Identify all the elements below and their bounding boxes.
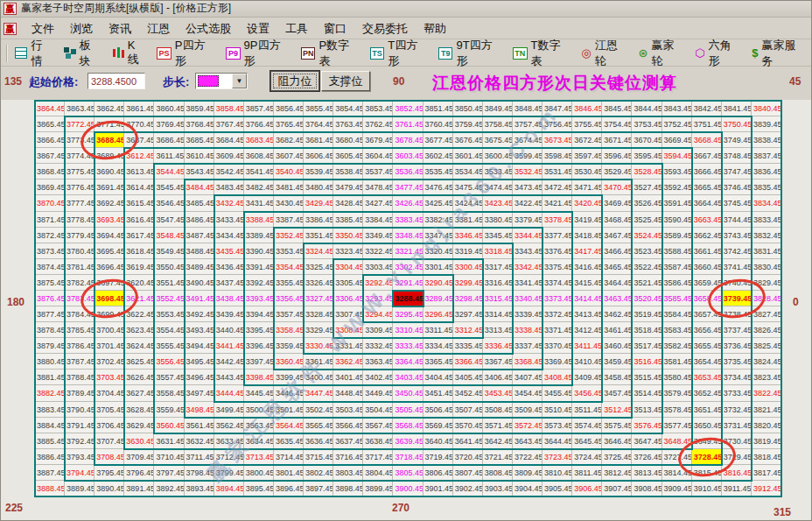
toolbar-button-quotes[interactable]: 行情 (10, 36, 57, 71)
price-cell[interactable]: 3552.45 (154, 291, 184, 306)
price-cell[interactable]: 3785.45 (65, 322, 94, 338)
price-cell[interactable]: 3366.45 (453, 354, 483, 370)
price-cell[interactable]: 3774.45 (65, 148, 94, 164)
price-cell[interactable]: 3592.45 (662, 180, 692, 195)
price-cell[interactable]: 3779.45 (65, 228, 94, 243)
price-cell[interactable]: 3444.45 (214, 385, 244, 401)
price-cell[interactable]: 3884.45 (35, 418, 65, 433)
price-cell[interactable]: 3870.45 (35, 195, 65, 211)
price-cell[interactable]: 3314.45 (483, 306, 513, 322)
price-cell[interactable]: 3853.45 (363, 101, 393, 116)
price-cell[interactable]: 3560.45 (154, 418, 184, 433)
price-cell[interactable]: 3479.45 (333, 180, 363, 195)
price-cell[interactable]: 3605.45 (333, 148, 363, 164)
price-cell[interactable]: 3578.45 (662, 402, 692, 418)
price-cell[interactable]: 3878.45 (35, 322, 65, 338)
price-cell[interactable]: 3403.45 (393, 370, 423, 385)
price-cell[interactable]: 3290.45 (424, 275, 453, 291)
toolbar-button-hexagon[interactable]: ⬡六角形 (690, 36, 745, 71)
price-cell[interactable]: 3648.45 (662, 433, 692, 449)
price-cell[interactable]: 3394.45 (244, 306, 274, 322)
price-cell[interactable]: 3576.45 (632, 418, 662, 433)
price-cell[interactable]: 3455.45 (542, 385, 572, 401)
price-cell[interactable]: 3748.45 (722, 148, 752, 164)
price-cell[interactable]: 3385.45 (333, 212, 363, 228)
price-cell[interactable]: 3771.45 (94, 116, 124, 132)
price-cell[interactable]: 3606.45 (304, 148, 333, 164)
price-cell[interactable]: 3869.45 (35, 180, 65, 195)
price-cell[interactable]: 3458.45 (602, 370, 632, 385)
price-cell[interactable]: 3850.45 (453, 101, 483, 116)
price-cell[interactable]: 3445.45 (244, 385, 274, 401)
price-cell[interactable]: 3811.45 (572, 465, 602, 481)
price-cell[interactable]: 3615.45 (124, 195, 154, 211)
price-cell[interactable]: 3432.45 (214, 195, 244, 211)
price-cell[interactable]: 3612.45 (124, 148, 154, 164)
price-cell[interactable]: 3827.45 (752, 306, 781, 322)
price-cell[interactable]: 3737.45 (722, 322, 752, 338)
price-cell[interactable]: 3482.45 (244, 180, 274, 195)
price-cell[interactable]: 3393.45 (244, 291, 274, 306)
price-cell[interactable]: 3734.45 (722, 370, 752, 385)
price-cell[interactable]: 3369.45 (542, 354, 572, 370)
price-cell[interactable]: 3345.45 (483, 228, 513, 243)
price-cell[interactable]: 3618.45 (124, 243, 154, 259)
price-cell[interactable]: 3528.45 (632, 164, 662, 180)
price-cell[interactable]: 3786.45 (65, 338, 94, 354)
price-cell[interactable]: 3690.45 (94, 164, 124, 180)
price-cell[interactable]: 3451.45 (424, 385, 453, 401)
price-cell[interactable]: 3433.45 (214, 212, 244, 228)
price-cell[interactable]: 3822.45 (752, 385, 781, 401)
price-cell[interactable]: 3795.45 (94, 465, 124, 481)
start-price-input[interactable] (88, 73, 145, 89)
price-cell[interactable]: 3494.45 (185, 338, 214, 354)
price-cell[interactable]: 3469.45 (602, 195, 632, 211)
price-cell[interactable]: 3423.45 (483, 195, 513, 211)
price-cell[interactable]: 3901.45 (424, 481, 453, 496)
price-cell[interactable]: 3569.45 (424, 418, 453, 433)
price-cell[interactable]: 3350.45 (333, 228, 363, 243)
price-cell[interactable]: 3535.45 (424, 164, 453, 180)
price-cell[interactable]: 3414.45 (572, 291, 602, 306)
price-cell[interactable]: 3807.45 (453, 465, 483, 481)
price-cell[interactable]: 3470.45 (602, 180, 632, 195)
price-cell[interactable]: 3562.45 (214, 418, 244, 433)
price-cell[interactable]: 3293.45 (363, 291, 393, 306)
price-cell[interactable]: 3506.45 (424, 402, 453, 418)
price-cell[interactable]: 3770.45 (124, 116, 154, 132)
price-cell[interactable]: 3382.45 (424, 212, 453, 228)
price-cell[interactable]: 3333.45 (393, 338, 423, 354)
price-cell[interactable]: 3595.45 (632, 148, 662, 164)
price-cell[interactable]: 3602.45 (424, 148, 453, 164)
price-cell[interactable]: 3377.45 (542, 228, 572, 243)
price-cell[interactable]: 3545.45 (154, 180, 184, 195)
price-cell[interactable]: 3649.45 (692, 433, 722, 449)
price-cell[interactable]: 3471.45 (572, 180, 602, 195)
price-cell[interactable]: 3404.45 (424, 370, 453, 385)
price-cell[interactable]: 3488.45 (185, 243, 214, 259)
price-cell[interactable]: 3426.45 (393, 195, 423, 211)
price-cell[interactable]: 3417.45 (572, 243, 602, 259)
price-cell[interactable]: 3898.45 (333, 481, 363, 496)
price-cell[interactable]: 3372.45 (542, 306, 572, 322)
price-cell[interactable]: 3363.45 (363, 354, 393, 370)
price-cell[interactable]: 3396.45 (244, 338, 274, 354)
price-cell[interactable]: 3888.45 (35, 481, 65, 496)
price-cell[interactable]: 3753.45 (632, 116, 662, 132)
price-cell[interactable]: 3344.45 (513, 228, 542, 243)
price-cell[interactable]: 3885.45 (35, 433, 65, 449)
price-cell[interactable]: 3477.45 (393, 180, 423, 195)
price-cell[interactable]: 3896.45 (274, 481, 304, 496)
price-cell[interactable]: 3420.45 (572, 195, 602, 211)
price-cell[interactable]: 3289.45 (424, 291, 453, 306)
price-cell[interactable]: 3683.45 (244, 132, 274, 148)
price-cell[interactable]: 3619.45 (124, 259, 154, 275)
price-cell[interactable]: 3566.45 (333, 418, 363, 433)
price-cell[interactable]: 3446.45 (274, 385, 304, 401)
price-cell[interactable]: 3475.45 (453, 180, 483, 195)
price-cell[interactable]: 3353.45 (274, 243, 304, 259)
price-cell[interactable]: 3447.45 (304, 385, 333, 401)
price-cell[interactable]: 3300.45 (453, 259, 483, 275)
price-cell[interactable]: 3886.45 (35, 449, 65, 465)
price-cell[interactable]: 3559.45 (154, 402, 184, 418)
